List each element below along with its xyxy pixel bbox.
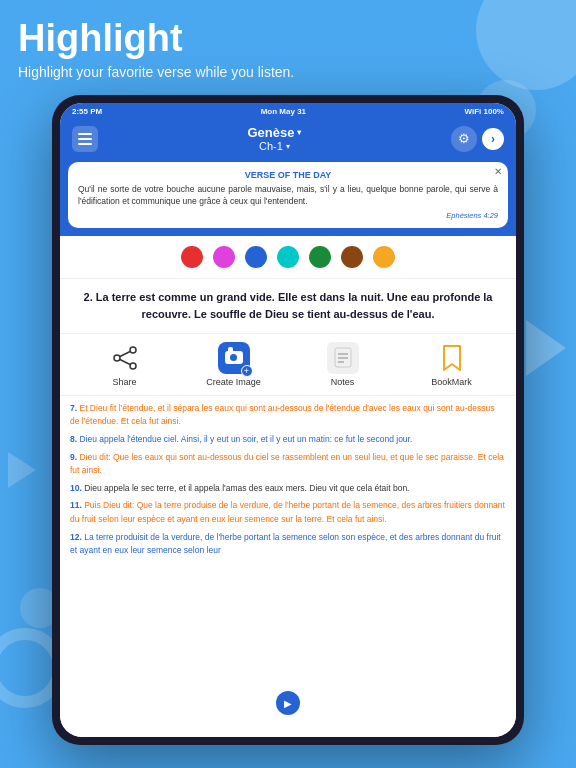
hamburger-button[interactable] bbox=[72, 126, 98, 152]
color-red[interactable] bbox=[181, 246, 203, 268]
app-header: Genèse ▾ Ch-1 ▾ ⚙ › bbox=[60, 119, 516, 158]
verse-8-number: 8. bbox=[70, 434, 77, 444]
status-bar: 2:55 PM Mon May 31 WiFi 100% bbox=[60, 103, 516, 119]
camera-body bbox=[225, 351, 243, 364]
votd-text: Qu'il ne sorte de votre bouche aucune pa… bbox=[78, 184, 498, 208]
highlighted-verse-number: 2. bbox=[84, 291, 93, 303]
create-plus-icon: + bbox=[241, 365, 253, 377]
create-image-label: Create Image bbox=[206, 377, 261, 387]
notes-action[interactable]: Notes bbox=[313, 342, 373, 387]
tablet-screen: 2:55 PM Mon May 31 WiFi 100% Genèse ▾ Ch… bbox=[60, 103, 516, 737]
book-chapter[interactable]: Ch-1 ▾ bbox=[248, 140, 302, 152]
verse-10: 10. Dieu appela le sec terre, et il appe… bbox=[70, 482, 506, 496]
share-label: Share bbox=[112, 377, 136, 387]
highlighted-verse-content: La terre est comme un grand vide. Elle e… bbox=[96, 291, 493, 320]
camera-notch bbox=[228, 347, 233, 351]
page-title: Highlight bbox=[18, 18, 294, 60]
notes-label: Notes bbox=[331, 377, 355, 387]
status-time: 2:55 PM bbox=[72, 107, 102, 116]
verse-12-text: La terre produisit de la verdure, de l'h… bbox=[70, 532, 501, 556]
verse-7-number: 7. bbox=[70, 403, 77, 413]
camera-lens bbox=[230, 354, 237, 361]
page-subtitle: Highlight your favorite verse while you … bbox=[18, 64, 294, 80]
hamburger-line-2 bbox=[78, 138, 92, 140]
svg-line-3 bbox=[120, 351, 130, 356]
bookmark-icon bbox=[436, 342, 468, 374]
bookmark-label: BookMark bbox=[431, 377, 472, 387]
verse-9: 9. Dieu dit: Que les eaux qui sont au-de… bbox=[70, 451, 506, 478]
verse-of-day-container: ✕ Verse of the day Qu'il ne sorte de vot… bbox=[60, 158, 516, 236]
color-palette bbox=[60, 236, 516, 279]
share-icon bbox=[109, 342, 141, 374]
bible-content: 7. Et Dieu fit l'étendue, et il sépara l… bbox=[60, 396, 516, 737]
bg-triangle-right bbox=[526, 320, 566, 376]
book-name[interactable]: Genèse ▾ bbox=[248, 125, 302, 140]
verse-11-text: Puis Dieu dit: Que la terre produise de … bbox=[70, 500, 505, 524]
verse-11-number: 11. bbox=[70, 500, 82, 510]
status-date: Mon May 31 bbox=[261, 107, 306, 116]
votd-close-button[interactable]: ✕ bbox=[494, 166, 502, 177]
page-header: Highlight Highlight your favorite verse … bbox=[18, 18, 294, 80]
color-brown[interactable] bbox=[341, 246, 363, 268]
notes-icon-container bbox=[327, 342, 359, 374]
bg-decoration-1 bbox=[476, 0, 576, 90]
verse-12-number: 12. bbox=[70, 532, 82, 542]
svg-point-1 bbox=[114, 355, 120, 361]
book-title-container: Genèse ▾ Ch-1 ▾ bbox=[248, 125, 302, 152]
create-image-icon: + bbox=[218, 342, 250, 374]
bg-triangle-left bbox=[8, 452, 36, 488]
verse-12: 12. La terre produisit de la verdure, de… bbox=[70, 531, 506, 558]
hamburger-line-3 bbox=[78, 143, 92, 145]
status-signal: WiFi 100% bbox=[464, 107, 504, 116]
verse-8-text: Dieu appela l'étendue ciel. Ainsi, il y … bbox=[79, 434, 412, 444]
highlighted-verse-text: 2. La terre est comme un grand vide. Ell… bbox=[74, 289, 502, 323]
tablet-device: 2:55 PM Mon May 31 WiFi 100% Genèse ▾ Ch… bbox=[52, 95, 524, 745]
votd-reference: Ephésiens 4:29 bbox=[78, 211, 498, 220]
hamburger-line-1 bbox=[78, 133, 92, 135]
votd-label: Verse of the day bbox=[78, 170, 498, 180]
verse-10-number: 10. bbox=[70, 483, 82, 493]
verse-7: 7. Et Dieu fit l'étendue, et il sépara l… bbox=[70, 402, 506, 429]
chapter-chevron-icon: ▾ bbox=[286, 142, 290, 151]
notes-icon bbox=[327, 342, 359, 374]
highlighted-verse: 2. La terre est comme un grand vide. Ell… bbox=[60, 279, 516, 334]
verse-9-text: Dieu dit: Que les eaux qui sont au-desso… bbox=[70, 452, 504, 476]
create-image-action[interactable]: + Create Image bbox=[204, 342, 264, 387]
action-bar: Share + Create Image bbox=[60, 334, 516, 396]
color-orange[interactable] bbox=[373, 246, 395, 268]
status-right: WiFi 100% bbox=[464, 107, 504, 116]
color-cyan[interactable] bbox=[277, 246, 299, 268]
bookmark-action[interactable]: BookMark bbox=[422, 342, 482, 387]
color-pink[interactable] bbox=[213, 246, 235, 268]
verse-9-number: 9. bbox=[70, 452, 77, 462]
verse-11: 11. Puis Dieu dit: Que la terre produise… bbox=[70, 499, 506, 526]
svg-point-0 bbox=[130, 347, 136, 353]
play-button[interactable]: ▶ bbox=[276, 691, 300, 715]
verse-10-text: Dieu appela le sec terre, et il appela l… bbox=[84, 483, 409, 493]
color-green[interactable] bbox=[309, 246, 331, 268]
bookmark-icon-container bbox=[436, 342, 468, 374]
svg-point-2 bbox=[130, 363, 136, 369]
settings-button[interactable]: ⚙ bbox=[451, 126, 477, 152]
book-chevron-icon: ▾ bbox=[297, 128, 301, 137]
verse-of-day-banner: ✕ Verse of the day Qu'il ne sorte de vot… bbox=[68, 162, 508, 228]
color-blue[interactable] bbox=[245, 246, 267, 268]
share-action[interactable]: Share bbox=[95, 342, 155, 387]
verse-8: 8. Dieu appela l'étendue ciel. Ainsi, il… bbox=[70, 433, 506, 447]
svg-line-4 bbox=[120, 359, 130, 364]
verse-7-text: Et Dieu fit l'étendue, et il sépara les … bbox=[70, 403, 495, 427]
nav-next-button[interactable]: › bbox=[482, 128, 504, 150]
